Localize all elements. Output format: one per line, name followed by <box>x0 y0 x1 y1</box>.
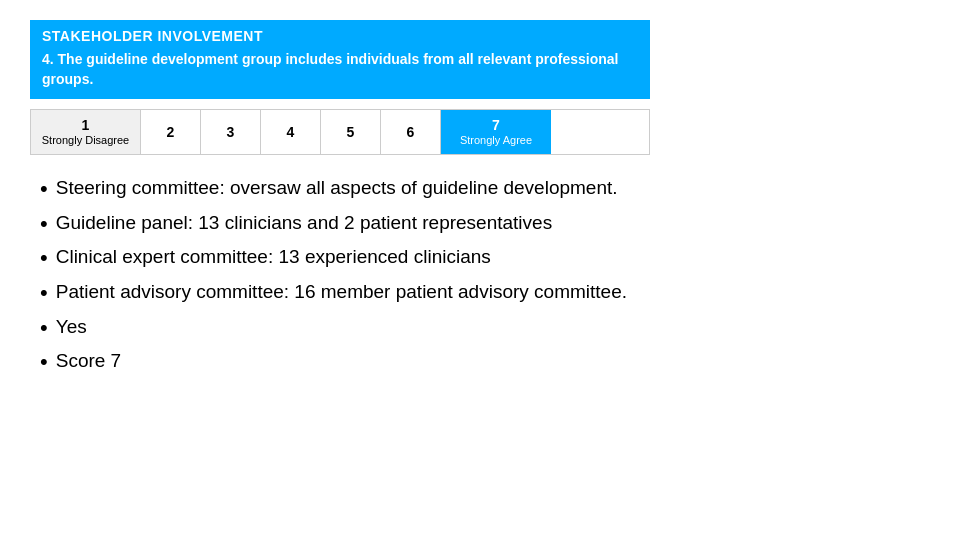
scale-num-1: 1 <box>82 118 90 132</box>
scale-num-3: 3 <box>227 125 235 139</box>
bullet-text: Clinical expert committee: 13 experience… <box>56 244 491 271</box>
bullet-text: Steering committee: oversaw all aspects … <box>56 175 618 202</box>
scale-cell-3: 3 <box>201 110 261 154</box>
bullet-item-2: •Guideline panel: 13 clinicians and 2 pa… <box>40 210 930 239</box>
header-box: STAKEHOLDER INVOLVEMENT 4. The guideline… <box>30 20 650 99</box>
bullet-dot: • <box>40 210 48 239</box>
scale-num-5: 5 <box>347 125 355 139</box>
bullet-dot: • <box>40 348 48 377</box>
scale-cell-7: 7 Strongly Agree <box>441 110 551 154</box>
bullet-text: Yes <box>56 314 87 341</box>
bullet-dot: • <box>40 314 48 343</box>
scale-num-7: 7 <box>492 118 500 132</box>
scale-num-6: 6 <box>407 125 415 139</box>
bullet-item-3: •Clinical expert committee: 13 experienc… <box>40 244 930 273</box>
scale-label-7: Strongly Agree <box>460 134 532 147</box>
scale-cell-4: 4 <box>261 110 321 154</box>
main-container: STAKEHOLDER INVOLVEMENT 4. The guideline… <box>30 20 930 383</box>
bullet-item-5: •Yes <box>40 314 930 343</box>
bullet-dot: • <box>40 244 48 273</box>
scale-num-4: 4 <box>287 125 295 139</box>
scale-cell-2: 2 <box>141 110 201 154</box>
bullet-text: Score 7 <box>56 348 121 375</box>
bullet-item-6: •Score 7 <box>40 348 930 377</box>
bullet-text: Patient advisory committee: 16 member pa… <box>56 279 627 306</box>
header-question: 4. The guideline development group inclu… <box>42 50 638 89</box>
bullet-dot: • <box>40 279 48 308</box>
scale-container: 1 Strongly Disagree 2 3 4 5 6 7 Strongly… <box>30 109 650 155</box>
bullet-list: •Steering committee: oversaw all aspects… <box>30 175 930 377</box>
scale-cell-1: 1 Strongly Disagree <box>31 110 141 154</box>
bullet-item-1: •Steering committee: oversaw all aspects… <box>40 175 930 204</box>
scale-cell-5: 5 <box>321 110 381 154</box>
bullet-text: Guideline panel: 13 clinicians and 2 pat… <box>56 210 552 237</box>
scale-cell-6: 6 <box>381 110 441 154</box>
header-title: STAKEHOLDER INVOLVEMENT <box>42 28 638 44</box>
scale-label-1: Strongly Disagree <box>42 134 129 147</box>
bullet-dot: • <box>40 175 48 204</box>
bullet-item-4: •Patient advisory committee: 16 member p… <box>40 279 930 308</box>
scale-num-2: 2 <box>167 125 175 139</box>
